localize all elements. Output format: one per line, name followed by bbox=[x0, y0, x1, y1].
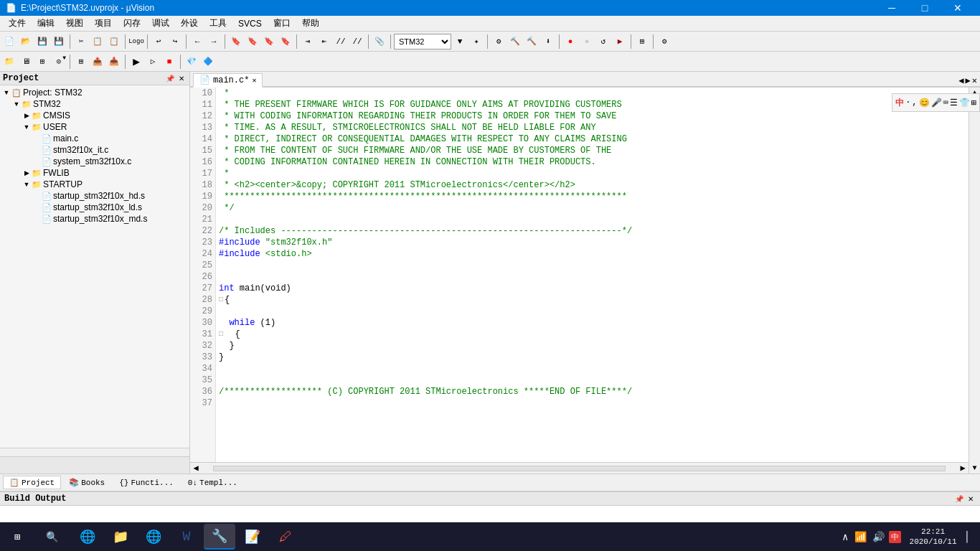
target-dropdown[interactable]: STM32 bbox=[394, 34, 451, 50]
download-btn[interactable]: ⬇ bbox=[540, 34, 556, 50]
tree-item-7[interactable]: ▶📁FWLIB bbox=[1, 167, 188, 179]
magic-btn[interactable]: ✦ bbox=[468, 34, 484, 50]
btn8[interactable]: 🔖 bbox=[278, 34, 293, 50]
debug-start-btn[interactable]: ● bbox=[562, 34, 578, 50]
vertical-scrollbar[interactable]: ▲ ▼ bbox=[969, 88, 980, 474]
tree-expander-8[interactable]: ▼ bbox=[22, 181, 32, 188]
tb2-mem-btn[interactable]: 🔷 bbox=[200, 54, 216, 70]
cut-btn[interactable]: ✂ bbox=[73, 34, 89, 50]
project-pin-btn[interactable]: 📌 bbox=[165, 73, 175, 83]
close-button[interactable]: ✕ bbox=[941, 0, 974, 16]
tree-item-2[interactable]: ▶📁CMSIS bbox=[1, 110, 188, 121]
snippet-btn[interactable]: 📎 bbox=[372, 34, 387, 50]
btn6[interactable]: 🔖 bbox=[245, 34, 260, 50]
start-button[interactable]: ⊞ bbox=[0, 522, 34, 551]
editor-tab-main[interactable]: 📄 main.c* ✕ bbox=[193, 73, 263, 88]
menu-item-窗口[interactable]: 窗口 bbox=[268, 16, 296, 31]
tab-left-btn[interactable]: ◀ bbox=[958, 75, 963, 86]
menu-item-外设[interactable]: 外设 bbox=[175, 16, 204, 31]
tray-network[interactable]: 📶 bbox=[853, 529, 868, 545]
logo-btn[interactable]: Logo bbox=[128, 34, 144, 50]
fold-icon-21[interactable]: □ bbox=[219, 329, 223, 340]
debug-reset-btn[interactable]: ↺ bbox=[595, 34, 611, 50]
bottom-tab-project[interactable]: 📋 Project bbox=[3, 476, 61, 489]
tree-expander-3[interactable]: ▼ bbox=[22, 123, 32, 131]
h-scroll-track[interactable] bbox=[213, 466, 946, 471]
tab-right-btn[interactable]: ▶ bbox=[966, 75, 971, 86]
tree-expander-7[interactable]: ▶ bbox=[22, 169, 32, 176]
maximize-button[interactable]: □ bbox=[908, 0, 941, 16]
tree-item-0[interactable]: ▼📋Project: STM32 bbox=[1, 87, 188, 98]
taskbar-item-files[interactable]: 📁 bbox=[105, 524, 136, 550]
tb2-btn4[interactable]: ⊙▼ bbox=[51, 54, 67, 70]
menu-item-闪存[interactable]: 闪存 bbox=[118, 16, 146, 31]
code-editor[interactable]: 1011121314151617181920212223242526272829… bbox=[190, 88, 969, 462]
sogou-menu[interactable]: ☰ bbox=[950, 98, 958, 108]
tree-item-1[interactable]: ▼📁STM32 bbox=[1, 98, 188, 110]
tray-sound[interactable]: 🔊 bbox=[871, 529, 886, 545]
v-scroll-down[interactable]: ▼ bbox=[972, 464, 976, 472]
tree-expander-1[interactable]: ▼ bbox=[11, 100, 22, 108]
h-scroll-right[interactable]: ▶ bbox=[957, 463, 969, 474]
bookmark-btn[interactable]: 🔖 bbox=[228, 34, 244, 50]
bottom-tab-books[interactable]: 📚 Books bbox=[62, 476, 111, 489]
tb2-btn3[interactable]: ⊞ bbox=[34, 54, 50, 70]
tb2-run2-btn[interactable]: ▷ bbox=[145, 54, 161, 70]
fold-icon-18[interactable]: □ bbox=[219, 294, 223, 306]
tree-item-10[interactable]: 📄startup_stm32f10x_ld.s bbox=[1, 202, 188, 213]
menu-item-帮助[interactable]: 帮助 bbox=[296, 16, 325, 31]
tree-expander-0[interactable]: ▼ bbox=[1, 89, 11, 96]
redo-btn[interactable]: ↪ bbox=[167, 34, 183, 50]
menu-item-文件[interactable]: 文件 bbox=[3, 16, 32, 31]
tree-item-4[interactable]: 📄main.c bbox=[1, 133, 188, 144]
sogou-keyboard[interactable]: ⌨ bbox=[943, 98, 948, 108]
bottom-tab-templ[interactable]: 0↓ Templ... bbox=[182, 476, 244, 489]
btn7[interactable]: 🔖 bbox=[261, 34, 277, 50]
tb2-stop-btn[interactable]: ■ bbox=[161, 54, 177, 70]
save-btn[interactable]: 💾 bbox=[34, 34, 50, 50]
taskbar-clock[interactable]: 22:21 2020/10/11 bbox=[904, 525, 963, 549]
tree-item-3[interactable]: ▼📁USER bbox=[1, 121, 188, 133]
build-output-close-btn[interactable]: ✕ bbox=[966, 494, 976, 504]
taskbar-search[interactable]: 🔍 bbox=[34, 522, 69, 551]
project-close-btn[interactable]: ✕ bbox=[176, 73, 187, 83]
build-all-btn[interactable]: 🔨 bbox=[524, 34, 540, 50]
h-scroll-left[interactable]: ◀ bbox=[190, 463, 202, 474]
tray-sogou[interactable]: 中 bbox=[889, 531, 901, 543]
taskbar-item-cortana[interactable]: 🌐 bbox=[72, 524, 103, 550]
tb2-btn5[interactable]: ⊞ bbox=[73, 54, 89, 70]
tb2-cpu-btn[interactable]: 💎 bbox=[184, 54, 199, 70]
new-file-btn[interactable]: 📄 bbox=[1, 34, 17, 50]
open-btn[interactable]: 📂 bbox=[18, 34, 34, 50]
taskbar-item-app1[interactable]: 📝 bbox=[237, 524, 268, 550]
copy-btn[interactable]: 📋 bbox=[90, 34, 105, 50]
menu-item-工具[interactable]: 工具 bbox=[204, 16, 232, 31]
tree-item-11[interactable]: 📄startup_stm32f10x_md.s bbox=[1, 213, 188, 225]
taskbar-item-app2[interactable]: 🖊 bbox=[270, 524, 301, 550]
compile-btn[interactable]: ⚙ bbox=[491, 34, 507, 50]
settings-btn[interactable]: ⚙ bbox=[656, 34, 672, 50]
menu-item-调试[interactable]: 调试 bbox=[146, 16, 175, 31]
minimize-button[interactable]: ─ bbox=[875, 0, 908, 16]
debug-stop-btn[interactable]: ● bbox=[579, 34, 595, 50]
taskbar-item-keil[interactable]: 🔧 bbox=[204, 524, 235, 550]
sogou-grid[interactable]: ⊞ bbox=[971, 98, 976, 108]
show-desktop[interactable]: ▏ bbox=[966, 529, 974, 545]
menu-item-SVCS[interactable]: SVCS bbox=[232, 17, 268, 30]
menu-item-视图[interactable]: 视图 bbox=[60, 16, 89, 31]
dropdown-arrow[interactable]: ▼ bbox=[452, 34, 468, 50]
tree-expander-2[interactable]: ▶ bbox=[22, 112, 32, 119]
indent-btn[interactable]: ⇥ bbox=[300, 34, 316, 50]
tb2-btn6[interactable]: 📤 bbox=[90, 54, 105, 70]
tb2-run-btn[interactable]: ▶ bbox=[128, 54, 144, 70]
paste-btn[interactable]: 📋 bbox=[106, 34, 122, 50]
tree-item-6[interactable]: 📄system_stm32f10x.c bbox=[1, 156, 188, 167]
bottom-tab-funcs[interactable]: {} Functi... bbox=[113, 476, 180, 489]
uncomment-btn[interactable]: // bbox=[349, 34, 365, 50]
tree-item-8[interactable]: ▼📁STARTUP bbox=[1, 179, 188, 190]
build-btn[interactable]: 🔨 bbox=[507, 34, 523, 50]
taskbar-item-edge[interactable]: 🌐 bbox=[138, 524, 169, 550]
save-all-btn[interactable]: 💾 bbox=[51, 34, 67, 50]
tree-item-5[interactable]: 📄stm32f10x_it.c bbox=[1, 144, 188, 156]
tb2-btn7[interactable]: 📥 bbox=[106, 54, 122, 70]
